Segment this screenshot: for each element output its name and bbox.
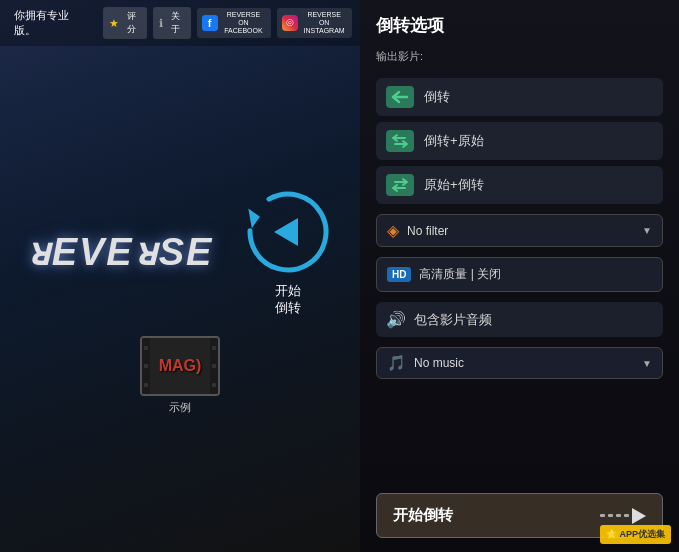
top-bar: 你拥有专业版。 ★ 评分 ℹ 关于 f REVERSE ON FACEBOOK … [0, 0, 360, 46]
svg-marker-1 [249, 206, 262, 227]
example-label: 示例 [169, 400, 191, 415]
music-row[interactable]: 🎵 No music ▼ [376, 347, 663, 379]
star-icon: ★ [109, 17, 119, 30]
options-title: 倒转选项 [376, 14, 663, 37]
watermark-text: APP优选集 [619, 529, 665, 539]
filter-icon: ◈ [387, 221, 399, 240]
hd-row[interactable]: HD 高清质量 | 关闭 [376, 257, 663, 292]
play-icon [274, 218, 298, 246]
output-options: 倒转 倒转+原始 [376, 78, 663, 204]
reverse-original-icon [386, 130, 414, 152]
audio-row[interactable]: 🔊 包含影片音频 [376, 302, 663, 337]
right-panel: 倒转选项 输出影片: 倒转 倒转+原始 [360, 0, 679, 552]
pro-label: 你拥有专业版。 [8, 6, 97, 40]
about-button[interactable]: ℹ 关于 [153, 7, 191, 39]
watermark-icon: 🌟 [606, 529, 619, 539]
rate-label: 评分 [123, 10, 141, 36]
filter-dropdown-arrow: ▼ [642, 225, 652, 236]
main-content: ᴚEVEᴚSE 开始倒转 [0, 46, 360, 552]
start-arrow-icon [600, 508, 646, 524]
option-reverse-original[interactable]: 倒转+原始 [376, 122, 663, 160]
info-icon: ℹ [159, 17, 163, 30]
start-label: 开始倒转 [275, 283, 301, 317]
left-panel: 你拥有专业版。 ★ 评分 ℹ 关于 f REVERSE ON FACEBOOK … [0, 0, 360, 552]
hd-label: 高清质量 | 关闭 [419, 266, 501, 283]
original-reverse-icon [386, 174, 414, 196]
audio-label: 包含影片音频 [414, 311, 492, 329]
options-container: 倒转选项 输出影片: 倒转 倒转+原始 [360, 0, 679, 493]
watermark: 🌟 APP优选集 [600, 525, 671, 544]
option-original-reverse-label: 原始+倒转 [424, 176, 484, 194]
filter-row[interactable]: ◈ No filter ▼ [376, 214, 663, 247]
instagram-icon: ◎ [282, 15, 298, 31]
facebook-button[interactable]: f REVERSE ON FACEBOOK [197, 8, 272, 37]
option-reverse[interactable]: 倒转 [376, 78, 663, 116]
app-logo: ᴚEVEᴚSE [27, 230, 214, 274]
option-original-reverse[interactable]: 原始+倒转 [376, 166, 663, 204]
music-icon: 🎵 [387, 354, 406, 372]
hd-badge: HD [387, 267, 411, 282]
option-reverse-label: 倒转 [424, 88, 450, 106]
music-dropdown-arrow: ▼ [642, 358, 652, 369]
film-text: MAG) [159, 357, 202, 375]
rate-button[interactable]: ★ 评分 [103, 7, 147, 39]
reverse-icon [386, 86, 414, 108]
facebook-icon: f [202, 15, 218, 31]
output-label: 输出影片: [376, 49, 663, 64]
start-btn-label: 开始倒转 [393, 506, 453, 525]
fb-label: REVERSE ON FACEBOOK [221, 11, 267, 34]
option-reverse-original-label: 倒转+原始 [424, 132, 484, 150]
ig-label: REVERSE ON INSTAGRAM [301, 11, 347, 34]
music-value: No music [414, 356, 634, 370]
filter-value: No filter [407, 224, 634, 238]
example-box[interactable]: MAG) 示例 [140, 336, 220, 415]
instagram-button[interactable]: ◎ REVERSE ON INSTAGRAM [277, 8, 352, 37]
start-button[interactable]: 开始倒转 [243, 187, 333, 317]
audio-icon: 🔊 [386, 310, 406, 329]
film-thumbnail: MAG) [140, 336, 220, 396]
about-label: 关于 [167, 10, 185, 36]
